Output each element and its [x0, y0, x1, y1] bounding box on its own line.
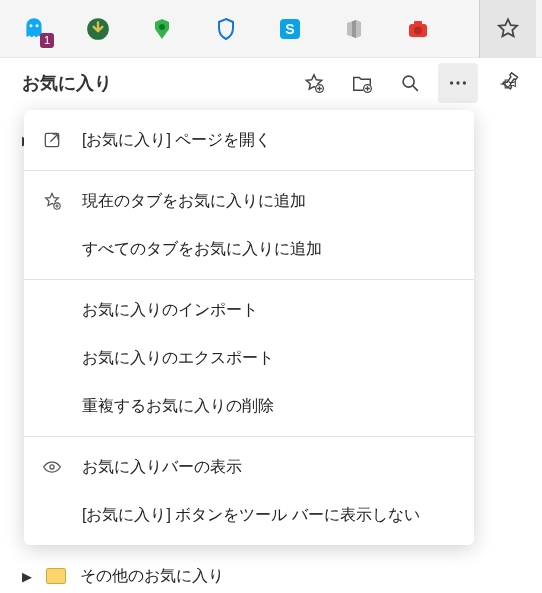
- menu-label: すべてのタブをお気に入りに追加: [82, 239, 322, 260]
- svg-point-1: [36, 24, 39, 27]
- menu-label: お気に入りのエクスポート: [82, 348, 274, 369]
- ext-camera-icon[interactable]: [404, 15, 432, 43]
- menu-label: 重複するお気に入りの削除: [82, 396, 274, 417]
- menu-remove-duplicates[interactable]: 重複するお気に入りの削除: [24, 382, 474, 430]
- menu-add-all-tabs[interactable]: すべてのタブをお気に入りに追加: [24, 225, 474, 273]
- svg-point-17: [463, 81, 466, 84]
- panel-title: お気に入り: [22, 71, 286, 95]
- svg-point-16: [456, 81, 459, 84]
- svg-rect-9: [414, 21, 422, 25]
- folder-icon: [46, 568, 66, 584]
- favorites-more-menu: [お気に入り] ページを開く 現在のタブをお気に入りに追加 すべてのタブをお気に…: [24, 110, 474, 545]
- svg-point-4: [159, 24, 165, 30]
- menu-label: [お気に入り] ページを開く: [82, 130, 271, 151]
- svg-point-21: [50, 465, 54, 469]
- ext-idm-icon[interactable]: [84, 15, 112, 43]
- menu-add-current-tab[interactable]: 現在のタブをお気に入りに追加: [24, 177, 474, 225]
- star-add-icon: [42, 191, 82, 211]
- ext-shield-green-icon[interactable]: [148, 15, 176, 43]
- open-external-icon: [42, 130, 82, 150]
- menu-label: お気に入りのインポート: [82, 300, 258, 321]
- ext-skype-icon[interactable]: S: [276, 15, 304, 43]
- svg-point-8: [414, 26, 422, 34]
- eye-icon: [42, 457, 82, 477]
- menu-separator: [24, 170, 474, 171]
- menu-label: [お気に入り] ボタンをツール バーに表示しない: [82, 505, 420, 526]
- svg-point-15: [450, 81, 453, 84]
- ext-office-icon[interactable]: [340, 15, 368, 43]
- menu-show-favorites-bar[interactable]: お気に入りバーの表示: [24, 443, 474, 491]
- svg-text:S: S: [285, 21, 294, 37]
- ext-shield-blue-icon[interactable]: [212, 15, 240, 43]
- menu-label: 現在のタブをお気に入りに追加: [82, 191, 306, 212]
- menu-hide-favorites-button[interactable]: [お気に入り] ボタンをツール バーに表示しない: [24, 491, 474, 539]
- pin-button[interactable]: [490, 63, 530, 103]
- ext-ghostery-icon[interactable]: 1: [20, 15, 48, 43]
- menu-separator: [24, 279, 474, 280]
- menu-open-favorites-page[interactable]: [お気に入り] ページを開く: [24, 116, 474, 164]
- svg-point-0: [29, 24, 32, 27]
- chevron-right-icon: ▶: [22, 569, 32, 584]
- extensions-toolbar: 1 S: [0, 0, 542, 58]
- ext-badge: 1: [40, 33, 54, 48]
- add-folder-button[interactable]: [342, 63, 382, 103]
- add-favorite-button[interactable]: [294, 63, 334, 103]
- menu-separator: [24, 436, 474, 437]
- search-button[interactable]: [390, 63, 430, 103]
- favorites-toolbar-button[interactable]: [479, 0, 536, 58]
- favorites-panel-header: お気に入り: [0, 58, 542, 108]
- other-favorites-row[interactable]: ▶ その他のお気に入り: [22, 558, 224, 593]
- folder-label: その他のお気に入り: [80, 566, 224, 587]
- menu-import-favorites[interactable]: お気に入りのインポート: [24, 286, 474, 334]
- menu-export-favorites[interactable]: お気に入りのエクスポート: [24, 334, 474, 382]
- menu-label: お気に入りバーの表示: [82, 457, 242, 478]
- more-button[interactable]: [438, 63, 478, 103]
